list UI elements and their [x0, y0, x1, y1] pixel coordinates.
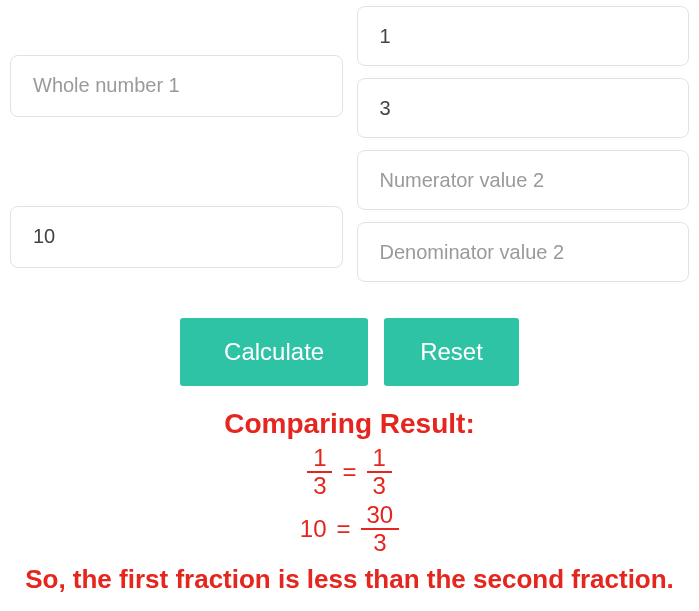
whole-value: 10	[300, 514, 327, 544]
result-line-1: 1 3 = 1 3	[0, 445, 699, 500]
button-row: Calculate Reset	[0, 318, 699, 386]
fraction-denominator: 3	[367, 473, 392, 499]
fraction-right-2: 30 3	[361, 502, 400, 557]
equals-sign: =	[342, 457, 356, 487]
result-panel: Comparing Result: 1 3 = 1 3 10 = 30 3 So…	[0, 406, 699, 595]
fraction-right-1: 1 3	[367, 445, 392, 500]
reset-button[interactable]: Reset	[384, 318, 519, 386]
result-line-2: 10 = 30 3	[0, 502, 699, 557]
fraction-left-1: 1 3	[307, 445, 332, 500]
whole-number-1-input[interactable]	[10, 55, 343, 117]
result-conclusion: So, the first fraction is less than the …	[0, 563, 699, 596]
denominator-1-input[interactable]	[357, 78, 690, 138]
whole-number-2-input[interactable]	[10, 206, 343, 268]
fraction-denominator: 3	[307, 473, 332, 499]
left-column	[10, 6, 343, 282]
right-column	[357, 6, 690, 282]
calculate-button[interactable]: Calculate	[180, 318, 368, 386]
result-title: Comparing Result:	[0, 406, 699, 441]
fraction-numerator: 1	[307, 445, 332, 471]
fraction-numerator: 30	[361, 502, 400, 528]
numerator-2-input[interactable]	[357, 150, 690, 210]
numerator-1-input[interactable]	[357, 6, 690, 66]
fraction-denominator: 3	[367, 530, 392, 556]
denominator-2-input[interactable]	[357, 222, 690, 282]
fraction-numerator: 1	[367, 445, 392, 471]
input-grid	[0, 0, 699, 282]
equals-sign: =	[336, 514, 350, 544]
